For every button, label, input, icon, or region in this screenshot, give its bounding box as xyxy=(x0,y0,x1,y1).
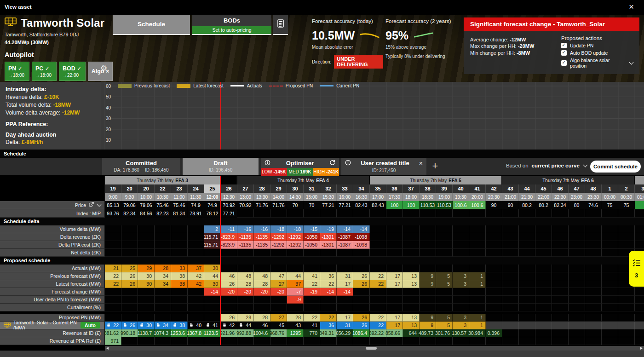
grid-cell[interactable] xyxy=(535,272,552,280)
period-cell[interactable]: 42 xyxy=(486,184,502,193)
grid-cell[interactable] xyxy=(121,314,138,322)
grid-cell[interactable]: 100.6 xyxy=(469,201,486,209)
grid-cell[interactable] xyxy=(502,314,519,322)
grid-cell[interactable] xyxy=(602,288,618,296)
grid-cell[interactable]: 489.73 xyxy=(420,329,436,337)
grid-cell[interactable] xyxy=(552,337,569,345)
grid-cell[interactable]: 42 xyxy=(221,322,237,329)
grid-cell[interactable] xyxy=(320,249,337,257)
grid-cell[interactable]: -1087 xyxy=(337,241,353,249)
grid-cell[interactable] xyxy=(121,337,138,345)
grid-cell[interactable] xyxy=(105,304,121,311)
grid-cell[interactable]: 17 xyxy=(337,280,353,288)
grid-cell[interactable]: 13 xyxy=(403,272,420,280)
grid-cell[interactable]: 22 xyxy=(105,322,121,329)
grid-cell[interactable] xyxy=(171,304,188,311)
grid-cell[interactable] xyxy=(138,296,155,304)
tab-optimiser[interactable]: Optimiser LOW -145KMED 189KHIGH -241K xyxy=(261,158,339,175)
grid-cell[interactable]: 26 xyxy=(121,280,138,288)
grid-cell[interactable] xyxy=(602,249,618,257)
grid-cell[interactable]: 77.21 xyxy=(337,201,353,209)
grid-cell[interactable] xyxy=(155,225,171,233)
grid-cell[interactable]: 1123.5 xyxy=(204,329,221,337)
grid-cell[interactable] xyxy=(370,225,386,233)
auto-badge[interactable]: Auto xyxy=(80,322,100,328)
grid-cell[interactable] xyxy=(304,296,320,304)
grid-cell[interactable]: -20 xyxy=(254,288,270,296)
grid-cell[interactable] xyxy=(420,225,436,233)
period-cell[interactable]: 30 xyxy=(287,184,304,193)
grid-cell[interactable] xyxy=(585,233,602,241)
scroll-right-icon[interactable] xyxy=(640,347,643,350)
period-cell[interactable]: 41 xyxy=(469,184,486,193)
grid-cell[interactable] xyxy=(585,304,602,311)
grid-cell[interactable] xyxy=(502,265,519,272)
period-cell[interactable]: 31 xyxy=(304,184,320,193)
grid-cell[interactable]: 9 xyxy=(420,314,436,322)
grid-cell[interactable] xyxy=(469,337,486,345)
grid-cell[interactable]: 1253.6 xyxy=(171,329,188,337)
grid-cell[interactable]: -1135 xyxy=(237,233,254,241)
grid-cell[interactable] xyxy=(486,233,502,241)
grid-cell[interactable] xyxy=(585,337,602,345)
grid-cell[interactable]: 881.62 xyxy=(105,329,121,337)
grid-cell[interactable] xyxy=(436,337,453,345)
grid-cell[interactable] xyxy=(105,241,121,249)
grid-cell[interactable] xyxy=(121,304,138,311)
grid-cell[interactable]: 1 xyxy=(469,322,486,329)
grid-cell[interactable] xyxy=(602,329,618,337)
grid-cell[interactable]: 26 xyxy=(353,314,370,322)
grid-cell[interactable]: 48 xyxy=(254,272,270,280)
grid-cell[interactable] xyxy=(519,329,535,337)
tab-draft[interactable]: Draft ID: 196,450 xyxy=(183,158,259,175)
grid-cell[interactable] xyxy=(254,304,270,311)
grid-cell[interactable] xyxy=(320,296,337,304)
grid-cell[interactable] xyxy=(569,322,585,329)
grid-cell[interactable] xyxy=(569,337,585,345)
grid-cell[interactable] xyxy=(188,225,204,233)
grid-cell[interactable] xyxy=(635,233,644,241)
grid-cell[interactable] xyxy=(486,272,502,280)
autopilot-chip-pc[interactable]: PC ✓→18:00 xyxy=(32,62,57,81)
grid-cell[interactable]: 30 xyxy=(138,280,155,288)
grid-cell[interactable]: -1135 xyxy=(237,241,254,249)
grid-cell[interactable]: 70 xyxy=(304,201,320,209)
grid-cell[interactable]: 656.29 xyxy=(337,329,353,337)
grid-cell[interactable]: 22 xyxy=(304,280,320,288)
grid-cell[interactable] xyxy=(453,265,469,272)
grid-cell[interactable]: 42 xyxy=(188,272,204,280)
close-tab-icon[interactable]: × xyxy=(419,160,423,167)
grid-cell[interactable]: 30 xyxy=(204,280,221,288)
grid-cell[interactable] xyxy=(337,304,353,311)
grid-cell[interactable] xyxy=(453,225,469,233)
grid-cell[interactable]: 37 xyxy=(188,265,204,272)
grid-cell[interactable] xyxy=(237,296,254,304)
grid-cell[interactable] xyxy=(569,296,585,304)
grid-cell[interactable]: -20 xyxy=(237,288,254,296)
grid-cell[interactable]: 858.66 xyxy=(386,329,403,337)
grid-cell[interactable] xyxy=(519,241,535,249)
grid-cell[interactable] xyxy=(535,209,552,218)
grid-cell[interactable]: 82.43 xyxy=(353,201,370,209)
grid-cell[interactable] xyxy=(469,288,486,296)
grid-cell[interactable] xyxy=(486,265,502,272)
grid-cell[interactable] xyxy=(370,249,386,257)
grid-cell[interactable] xyxy=(386,337,403,345)
grid-cell[interactable] xyxy=(353,249,370,257)
grid-cell[interactable]: 27 xyxy=(270,280,287,288)
close-icon[interactable]: × xyxy=(629,2,634,12)
add-schedule-button[interactable]: + xyxy=(429,158,442,175)
grid-cell[interactable] xyxy=(304,249,320,257)
grid-cell[interactable] xyxy=(486,288,502,296)
grid-cell[interactable]: 70.92 xyxy=(221,201,237,209)
grid-cell[interactable]: 31 xyxy=(337,272,353,280)
grid-cell[interactable] xyxy=(353,337,370,345)
grid-cell[interactable]: 115.71 xyxy=(204,233,221,241)
period-cell[interactable]: 38 xyxy=(420,184,436,193)
grid-cell[interactable] xyxy=(121,233,138,241)
grid-cell[interactable]: 37 xyxy=(287,280,304,288)
grid-cell[interactable] xyxy=(552,249,569,257)
grid-cell[interactable] xyxy=(535,280,552,288)
grid-cell[interactable] xyxy=(353,288,370,296)
grid-cell[interactable] xyxy=(469,233,486,241)
